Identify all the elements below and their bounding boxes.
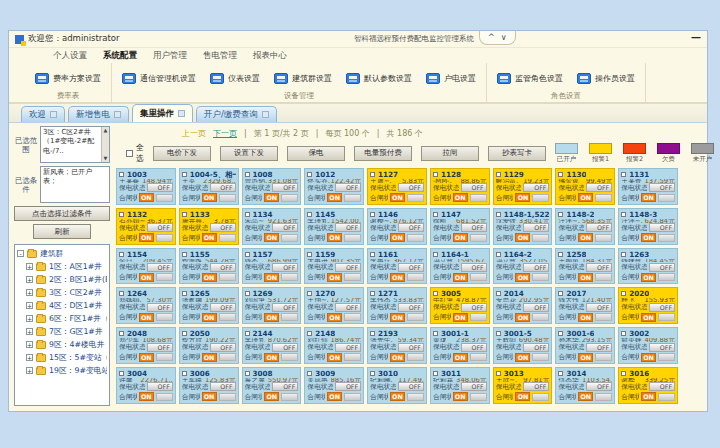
power-keep-toggle[interactable]: OFF [586,382,612,391]
power-keep-toggle[interactable]: OFF [210,263,236,272]
power-keep-toggle[interactable]: OFF [272,183,298,192]
card-checkbox[interactable] [496,371,501,376]
meter-card[interactable]: 1263钱妹慧.184.45元保电状态OFF合闸状态ON [618,248,678,285]
meter-card[interactable]: 1004-5、相一王英2329.68..保电状态OFF合闸状态ON [179,168,239,205]
meter-card[interactable]: 1134朱晶~921.63元保电状态OFF合闸状态ON [242,208,302,245]
power-keep-toggle[interactable]: OFF [335,382,361,391]
toolbar-button-4[interactable]: 拉闸 [421,146,479,161]
power-keep-toggle[interactable]: OFF [272,382,298,391]
card-checkbox[interactable] [119,331,124,336]
power-keep-toggle[interactable]: OFF [586,343,612,352]
gate-on-badge[interactable]: ON [515,313,530,322]
ribbon-button-0-0[interactable]: 费率方案设置 [35,73,101,84]
power-keep-toggle[interactable]: OFF [523,303,549,312]
gate-toggle-track[interactable] [156,273,173,281]
next-page-link[interactable]: 下一页 [213,128,237,139]
gate-on-badge[interactable]: ON [453,233,468,242]
meter-card[interactable]: 3001-5王辉阳690.48元保电状态OFF合闸状态ON [493,327,553,364]
card-checkbox[interactable] [119,371,124,376]
card-checkbox[interactable] [621,212,626,217]
gate-on-badge[interactable]: ON [202,273,217,282]
menu-tab-0[interactable]: 个人设置 [53,50,87,62]
power-keep-toggle[interactable]: OFF [523,343,549,352]
gate-on-badge[interactable]: ON [390,233,405,242]
gate-on-badge[interactable]: ON [327,353,342,362]
ribbon-button-2-1[interactable]: 操作员设置 [577,73,635,84]
doc-tab-3[interactable]: 开户/缴费查询 [196,106,277,122]
gate-toggle-track[interactable] [344,393,361,401]
card-checkbox[interactable] [370,331,375,336]
card-checkbox[interactable] [496,252,501,257]
gate-toggle-track[interactable] [281,393,298,401]
power-keep-toggle[interactable]: OFF [335,343,361,352]
gate-toggle-track[interactable] [156,353,173,361]
meter-card[interactable]: 1258王媚茵.184.31元保电状态OFF合闸状态ON [555,248,615,285]
gate-on-badge[interactable]: ON [641,392,656,401]
gate-toggle-track[interactable] [407,313,424,321]
power-keep-toggle[interactable]: OFF [398,303,424,312]
card-checkbox[interactable] [307,212,312,217]
power-keep-toggle[interactable]: OFF [461,382,487,391]
doc-tab-1[interactable]: 新增售电 [68,106,129,122]
card-checkbox[interactable] [245,291,250,296]
gate-on-badge[interactable]: ON [202,233,217,242]
power-keep-toggle[interactable]: OFF [523,183,549,192]
gate-on-badge[interactable]: ON [515,392,530,401]
meter-card[interactable]: 2193张先生.59.34元保电状态OFF合闸状态ON [367,327,427,364]
ribbon-button-1-2[interactable]: 建筑群设置 [274,73,332,84]
gate-on-badge[interactable]: ON [139,273,154,282]
card-checkbox[interactable] [558,331,563,336]
power-keep-toggle[interactable]: OFF [147,303,173,312]
tree-item-6[interactable]: +9区：4#楼电井（4#.. [17,338,107,351]
meter-card[interactable]: 1159大惠进907.35元保电状态OFF合闸状态ON [304,248,364,285]
toolbar-button-5[interactable]: 抄表写卡 [488,146,546,161]
card-checkbox[interactable] [496,291,501,296]
gate-on-badge[interactable]: ON [453,273,468,282]
menu-tab-3[interactable]: 售电管理 [203,50,237,62]
card-checkbox[interactable] [370,172,375,177]
gate-toggle-track[interactable] [658,194,675,202]
gate-toggle-track[interactable] [156,194,173,202]
card-checkbox[interactable] [245,212,250,217]
expand-icon[interactable]: + [26,367,33,374]
card-checkbox[interactable] [558,371,563,376]
card-checkbox[interactable] [182,252,187,257]
meter-card[interactable]: 1008曹迅韬.331.08元保电状态OFF合闸状态ON [242,168,302,205]
card-checkbox[interactable] [621,172,626,177]
menu-tab-2[interactable]: 用户管理 [153,50,187,62]
meter-card[interactable]: 2148刘红仙186.74元保电状态OFF合闸状态ON [304,327,364,364]
meter-card[interactable]: 1012佟实谷.122.42元保电状态OFF合闸状态ON [304,168,364,205]
meter-card[interactable]: 1148-3汪洋~.624.84元保电状态OFF合闸状态ON [618,208,678,245]
scroll-down-icon[interactable]: ▼ [104,155,108,162]
power-keep-toggle[interactable]: OFF [335,263,361,272]
power-keep-toggle[interactable]: OFF [210,183,236,192]
toolbar-button-2[interactable]: 保电 [287,146,345,161]
meter-card[interactable]: 2050费方欣190.22元保电状态OFF合闸状态ON [179,327,239,364]
power-keep-toggle[interactable]: OFF [586,263,612,272]
tree-item-8[interactable]: +19区：9#变电站（2.. [17,364,107,377]
gate-toggle-track[interactable] [344,313,361,321]
meter-card[interactable]: 1148-2汪洋~.568.35元保电状态OFF合闸状态ON [555,208,615,245]
card-checkbox[interactable] [496,172,501,177]
card-checkbox[interactable] [182,291,187,296]
collapse-down-icon[interactable]: ∨ [501,33,507,42]
card-checkbox[interactable] [621,331,626,336]
meter-card[interactable]: 2017钱大伟121.40元保电状态OFF合闸状态ON [555,287,615,324]
gate-on-badge[interactable]: ON [327,193,342,202]
gate-on-badge[interactable]: ON [264,313,279,322]
gate-toggle-track[interactable] [156,313,173,321]
gate-toggle-track[interactable] [219,393,236,401]
toolbar-button-1[interactable]: 设置下发 [220,146,278,161]
power-keep-toggle[interactable]: OFF [210,382,236,391]
gate-on-badge[interactable]: ON [578,392,593,401]
ribbon-button-2-0[interactable]: 监管角色设置 [497,73,563,84]
gate-on-badge[interactable]: ON [264,392,279,401]
scroll-up-icon[interactable]: ▲ [104,127,108,134]
power-keep-toggle[interactable]: OFF [649,303,675,312]
doc-tab-2[interactable]: 集里操作 [132,104,193,122]
tree-item-4[interactable]: +6区：F区1#井（F区.. [17,312,107,325]
gate-on-badge[interactable]: ON [139,193,154,202]
power-keep-toggle[interactable]: OFF [649,382,675,391]
meter-card[interactable]: 1147徐刚681.52元保电状态OFF合闸状态ON [430,208,490,245]
gate-toggle-track[interactable] [219,353,236,361]
